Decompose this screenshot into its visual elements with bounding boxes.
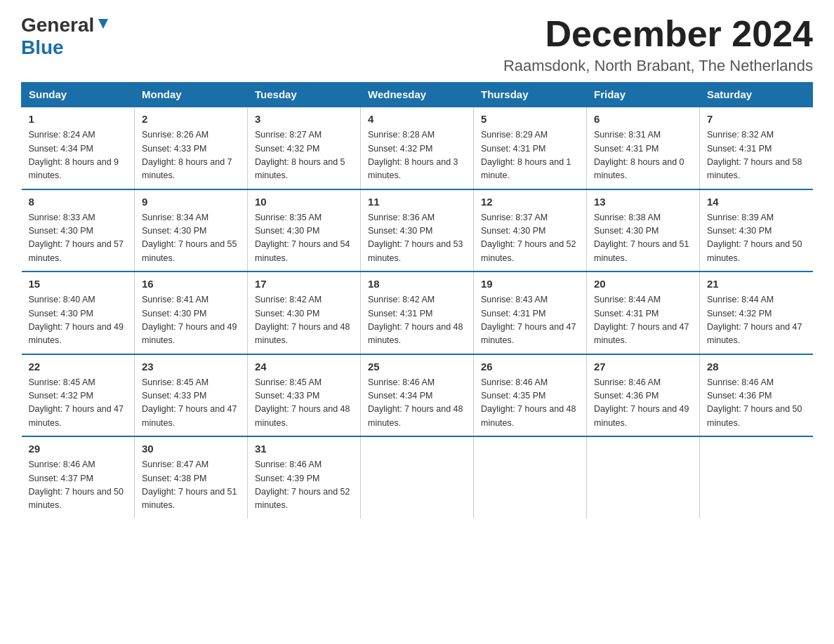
calendar-week-row: 15 Sunrise: 8:40 AM Sunset: 4:30 PM Dayl… [22, 271, 813, 354]
day-info: Sunrise: 8:39 AM Sunset: 4:30 PM Dayligh… [707, 211, 806, 266]
calendar-cell: 14 Sunrise: 8:39 AM Sunset: 4:30 PM Dayl… [700, 189, 813, 272]
calendar-cell: 11 Sunrise: 8:36 AM Sunset: 4:30 PM Dayl… [361, 189, 474, 272]
day-number: 8 [29, 196, 128, 208]
day-number: 25 [368, 361, 466, 373]
logo-triangle-icon [95, 16, 111, 32]
calendar-table: Sunday Monday Tuesday Wednesday Thursday… [21, 82, 813, 518]
calendar-cell: 20 Sunrise: 8:44 AM Sunset: 4:31 PM Dayl… [587, 271, 700, 354]
day-info: Sunrise: 8:44 AM Sunset: 4:31 PM Dayligh… [594, 293, 692, 348]
calendar-week-row: 22 Sunrise: 8:45 AM Sunset: 4:32 PM Dayl… [22, 354, 813, 437]
day-info: Sunrise: 8:31 AM Sunset: 4:31 PM Dayligh… [594, 128, 692, 183]
day-number: 24 [255, 361, 353, 373]
calendar-cell: 1 Sunrise: 8:24 AM Sunset: 4:34 PM Dayli… [22, 107, 135, 189]
day-info: Sunrise: 8:36 AM Sunset: 4:30 PM Dayligh… [368, 211, 466, 266]
col-saturday: Saturday [700, 83, 813, 107]
day-info: Sunrise: 8:40 AM Sunset: 4:30 PM Dayligh… [29, 293, 128, 348]
page-header: General Blue December 2024 Raamsdonk, No… [21, 14, 813, 75]
day-number: 9 [142, 196, 240, 208]
calendar-cell: 10 Sunrise: 8:35 AM Sunset: 4:30 PM Dayl… [248, 189, 361, 272]
day-info: Sunrise: 8:32 AM Sunset: 4:31 PM Dayligh… [707, 128, 806, 183]
col-thursday: Thursday [474, 83, 587, 107]
day-number: 5 [481, 113, 579, 125]
calendar-cell: 12 Sunrise: 8:37 AM Sunset: 4:30 PM Dayl… [474, 189, 587, 272]
day-number: 7 [707, 113, 806, 125]
svg-marker-0 [98, 19, 108, 29]
day-number: 29 [29, 443, 128, 455]
day-number: 10 [255, 196, 353, 208]
day-info: Sunrise: 8:42 AM Sunset: 4:31 PM Dayligh… [368, 293, 466, 348]
calendar-cell: 15 Sunrise: 8:40 AM Sunset: 4:30 PM Dayl… [22, 271, 135, 354]
calendar-cell: 25 Sunrise: 8:46 AM Sunset: 4:34 PM Dayl… [361, 354, 474, 437]
calendar-cell: 6 Sunrise: 8:31 AM Sunset: 4:31 PM Dayli… [587, 107, 700, 189]
calendar-cell [474, 436, 587, 518]
day-info: Sunrise: 8:43 AM Sunset: 4:31 PM Dayligh… [481, 293, 579, 348]
calendar-cell [361, 436, 474, 518]
day-number: 1 [29, 113, 128, 125]
day-info: Sunrise: 8:26 AM Sunset: 4:33 PM Dayligh… [142, 128, 240, 183]
day-number: 12 [481, 196, 579, 208]
day-number: 3 [255, 113, 353, 125]
day-info: Sunrise: 8:33 AM Sunset: 4:30 PM Dayligh… [29, 211, 128, 266]
day-info: Sunrise: 8:24 AM Sunset: 4:34 PM Dayligh… [29, 128, 128, 183]
col-friday: Friday [587, 83, 700, 107]
col-monday: Monday [135, 83, 248, 107]
col-tuesday: Tuesday [248, 83, 361, 107]
logo: General Blue [21, 14, 111, 59]
calendar-cell: 18 Sunrise: 8:42 AM Sunset: 4:31 PM Dayl… [361, 271, 474, 354]
day-number: 18 [368, 278, 466, 290]
day-info: Sunrise: 8:46 AM Sunset: 4:37 PM Dayligh… [29, 458, 128, 513]
calendar-cell: 22 Sunrise: 8:45 AM Sunset: 4:32 PM Dayl… [22, 354, 135, 437]
day-number: 31 [255, 443, 353, 455]
day-info: Sunrise: 8:46 AM Sunset: 4:34 PM Dayligh… [368, 376, 466, 431]
calendar-cell [700, 436, 813, 518]
title-block: December 2024 Raamsdonk, North Brabant, … [503, 14, 813, 75]
calendar-cell: 27 Sunrise: 8:46 AM Sunset: 4:36 PM Dayl… [587, 354, 700, 437]
day-info: Sunrise: 8:45 AM Sunset: 4:33 PM Dayligh… [142, 376, 240, 431]
day-number: 4 [368, 113, 466, 125]
day-number: 21 [707, 278, 806, 290]
calendar-cell: 2 Sunrise: 8:26 AM Sunset: 4:33 PM Dayli… [135, 107, 248, 189]
day-number: 23 [142, 361, 240, 373]
day-number: 11 [368, 196, 466, 208]
day-number: 26 [481, 361, 579, 373]
day-info: Sunrise: 8:46 AM Sunset: 4:39 PM Dayligh… [255, 458, 353, 513]
day-info: Sunrise: 8:28 AM Sunset: 4:32 PM Dayligh… [368, 128, 466, 183]
calendar-cell: 9 Sunrise: 8:34 AM Sunset: 4:30 PM Dayli… [135, 189, 248, 272]
day-number: 14 [707, 196, 806, 208]
calendar-cell: 3 Sunrise: 8:27 AM Sunset: 4:32 PM Dayli… [248, 107, 361, 189]
calendar-cell: 7 Sunrise: 8:32 AM Sunset: 4:31 PM Dayli… [700, 107, 813, 189]
month-title: December 2024 [503, 14, 813, 54]
calendar-cell: 8 Sunrise: 8:33 AM Sunset: 4:30 PM Dayli… [22, 189, 135, 272]
day-info: Sunrise: 8:44 AM Sunset: 4:32 PM Dayligh… [707, 293, 806, 348]
calendar-week-row: 29 Sunrise: 8:46 AM Sunset: 4:37 PM Dayl… [22, 436, 813, 518]
calendar-week-row: 8 Sunrise: 8:33 AM Sunset: 4:30 PM Dayli… [22, 189, 813, 272]
calendar-week-row: 1 Sunrise: 8:24 AM Sunset: 4:34 PM Dayli… [22, 107, 813, 189]
day-info: Sunrise: 8:46 AM Sunset: 4:36 PM Dayligh… [594, 376, 692, 431]
day-info: Sunrise: 8:47 AM Sunset: 4:38 PM Dayligh… [142, 458, 240, 513]
calendar-cell: 4 Sunrise: 8:28 AM Sunset: 4:32 PM Dayli… [361, 107, 474, 189]
calendar-cell: 29 Sunrise: 8:46 AM Sunset: 4:37 PM Dayl… [22, 436, 135, 518]
day-number: 30 [142, 443, 240, 455]
day-info: Sunrise: 8:45 AM Sunset: 4:32 PM Dayligh… [29, 376, 128, 431]
day-info: Sunrise: 8:45 AM Sunset: 4:33 PM Dayligh… [255, 376, 353, 431]
calendar-cell: 24 Sunrise: 8:45 AM Sunset: 4:33 PM Dayl… [248, 354, 361, 437]
day-info: Sunrise: 8:42 AM Sunset: 4:30 PM Dayligh… [255, 293, 353, 348]
day-info: Sunrise: 8:27 AM Sunset: 4:32 PM Dayligh… [255, 128, 353, 183]
calendar-cell: 26 Sunrise: 8:46 AM Sunset: 4:35 PM Dayl… [474, 354, 587, 437]
day-number: 27 [594, 361, 692, 373]
calendar-cell: 31 Sunrise: 8:46 AM Sunset: 4:39 PM Dayl… [248, 436, 361, 518]
day-number: 13 [594, 196, 692, 208]
calendar-cell: 17 Sunrise: 8:42 AM Sunset: 4:30 PM Dayl… [248, 271, 361, 354]
calendar-cell: 19 Sunrise: 8:43 AM Sunset: 4:31 PM Dayl… [474, 271, 587, 354]
day-number: 15 [29, 278, 128, 290]
calendar-cell [587, 436, 700, 518]
day-info: Sunrise: 8:29 AM Sunset: 4:31 PM Dayligh… [481, 128, 579, 183]
calendar-cell: 16 Sunrise: 8:41 AM Sunset: 4:30 PM Dayl… [135, 271, 248, 354]
day-info: Sunrise: 8:38 AM Sunset: 4:30 PM Dayligh… [594, 211, 692, 266]
calendar-cell: 13 Sunrise: 8:38 AM Sunset: 4:30 PM Dayl… [587, 189, 700, 272]
calendar-cell: 5 Sunrise: 8:29 AM Sunset: 4:31 PM Dayli… [474, 107, 587, 189]
day-number: 6 [594, 113, 692, 125]
day-number: 19 [481, 278, 579, 290]
day-info: Sunrise: 8:37 AM Sunset: 4:30 PM Dayligh… [481, 211, 579, 266]
day-info: Sunrise: 8:35 AM Sunset: 4:30 PM Dayligh… [255, 211, 353, 266]
